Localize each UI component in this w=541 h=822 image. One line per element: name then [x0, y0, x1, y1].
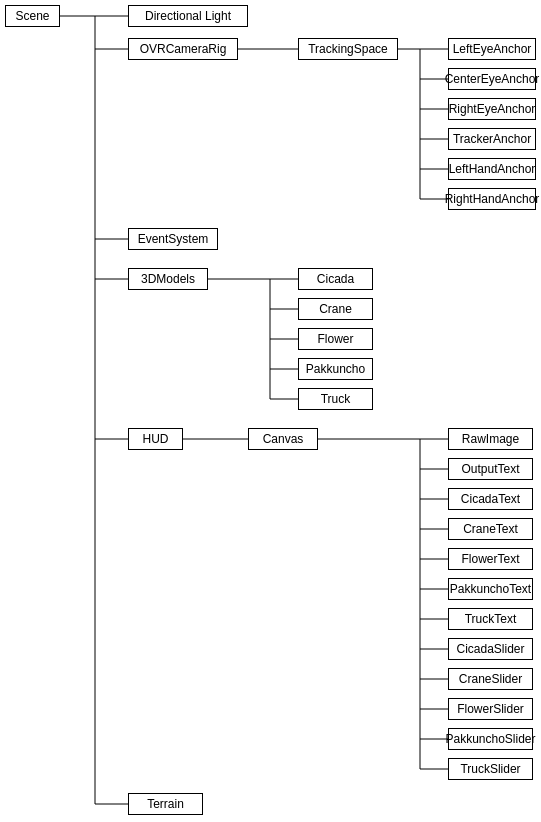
node-trackingspace[interactable]: TrackingSpace	[298, 38, 398, 60]
node-directional-light[interactable]: Directional Light	[128, 5, 248, 27]
node-pakkunchotext[interactable]: PakkunchoText	[448, 578, 533, 600]
node-lefthandanchor[interactable]: LeftHandAnchor	[448, 158, 536, 180]
node-truckslider[interactable]: TruckSlider	[448, 758, 533, 780]
node-cicadatext[interactable]: CicadaText	[448, 488, 533, 510]
node-righthandanchor[interactable]: RightHandAnchor	[448, 188, 536, 210]
node-righteyeanchor[interactable]: RightEyeAnchor	[448, 98, 536, 120]
node-cicada[interactable]: Cicada	[298, 268, 373, 290]
node-outputtext[interactable]: OutputText	[448, 458, 533, 480]
node-pakkunchodslider[interactable]: PakkunchoSlider	[448, 728, 533, 750]
node-cranetext[interactable]: CraneText	[448, 518, 533, 540]
node-flowertext[interactable]: FlowerText	[448, 548, 533, 570]
node-terrain[interactable]: Terrain	[128, 793, 203, 815]
scene-hierarchy: Scene Directional Light OVRCameraRig Tra…	[0, 0, 541, 822]
node-trackeranchor[interactable]: TrackerAnchor	[448, 128, 536, 150]
node-flower[interactable]: Flower	[298, 328, 373, 350]
node-cicadaslider[interactable]: CicadaSlider	[448, 638, 533, 660]
node-flowerslider[interactable]: FlowerSlider	[448, 698, 533, 720]
node-pakkuncho[interactable]: Pakkuncho	[298, 358, 373, 380]
node-eventsystem[interactable]: EventSystem	[128, 228, 218, 250]
node-trucktext[interactable]: TruckText	[448, 608, 533, 630]
node-ovrcamerarig[interactable]: OVRCameraRig	[128, 38, 238, 60]
node-crane[interactable]: Crane	[298, 298, 373, 320]
node-hud[interactable]: HUD	[128, 428, 183, 450]
node-3dmodels[interactable]: 3DModels	[128, 268, 208, 290]
node-lefteyeanchor[interactable]: LeftEyeAnchor	[448, 38, 536, 60]
node-rawimage[interactable]: RawImage	[448, 428, 533, 450]
node-canvas[interactable]: Canvas	[248, 428, 318, 450]
node-truck[interactable]: Truck	[298, 388, 373, 410]
node-centereyeanchor[interactable]: CenterEyeAnchor	[448, 68, 536, 90]
node-scene[interactable]: Scene	[5, 5, 60, 27]
node-craneslider[interactable]: CraneSlider	[448, 668, 533, 690]
